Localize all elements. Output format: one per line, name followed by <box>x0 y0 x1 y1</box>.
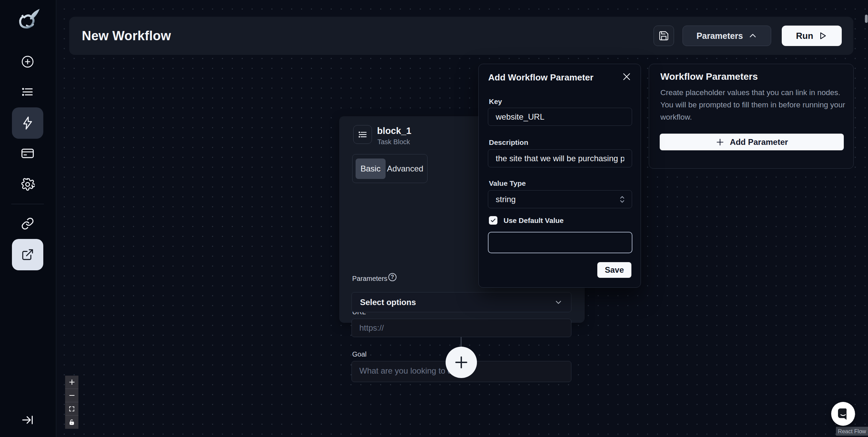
minus-icon <box>69 392 75 399</box>
new-workflow-button[interactable] <box>19 54 36 70</box>
parameters-label: Parameters <box>352 275 387 283</box>
panel-title: Workflow Parameters <box>660 71 758 82</box>
workflow-parameters-panel: Workflow Parameters Create placeholder v… <box>649 64 854 169</box>
plus-icon <box>69 379 75 386</box>
add-parameter-button[interactable]: Add Parameter <box>660 134 844 150</box>
close-icon <box>622 72 632 82</box>
url-input[interactable] <box>351 319 571 337</box>
zoom-out-button[interactable] <box>65 389 78 402</box>
description-label: Description <box>489 138 528 147</box>
use-default-label: Use Default Value <box>504 216 564 225</box>
link-icon <box>21 217 34 230</box>
collapse-arrow-icon <box>21 413 34 426</box>
key-input[interactable] <box>488 108 632 126</box>
chat-launcher-button[interactable] <box>831 402 855 426</box>
sidebar-item-runs[interactable] <box>19 84 36 100</box>
use-default-checkbox[interactable] <box>489 216 497 225</box>
close-button[interactable] <box>621 71 632 82</box>
sidebar-divider <box>11 204 44 204</box>
page-title: New Workflow <box>82 29 171 43</box>
fit-view-icon <box>69 406 75 412</box>
gear-icon <box>20 177 35 192</box>
sidebar-collapse-button[interactable] <box>19 412 36 428</box>
workflow-editor: New Workflow Parameters Run <box>0 0 868 437</box>
add-block-button[interactable] <box>446 347 477 378</box>
sidebar-item-workflows[interactable] <box>12 107 43 139</box>
plus-icon <box>716 138 724 147</box>
floppy-disk-icon <box>658 30 669 41</box>
save-workflow-button[interactable] <box>654 26 674 46</box>
use-default-row: Use Default Value <box>489 216 564 225</box>
value-type-value: string <box>496 195 516 204</box>
flow-controls <box>65 376 78 429</box>
zoom-in-button[interactable] <box>65 376 78 389</box>
tab-advanced[interactable]: Advanced <box>386 159 424 179</box>
description-input[interactable] <box>488 149 632 167</box>
tab-basic[interactable]: Basic <box>356 159 386 179</box>
block-icon-box <box>353 125 372 144</box>
lightning-icon <box>20 116 35 130</box>
list-icon <box>358 130 368 140</box>
sidebar-item-integrations[interactable] <box>19 215 36 232</box>
sidebar <box>0 0 56 437</box>
plus-icon <box>453 354 470 371</box>
key-label: Key <box>489 97 502 106</box>
value-type-select[interactable]: string <box>488 190 632 208</box>
value-type-label: Value Type <box>489 179 526 187</box>
list-icon <box>21 85 34 99</box>
check-icon <box>490 217 496 223</box>
add-parameter-label: Add Parameter <box>730 137 788 147</box>
parameters-button-label: Parameters <box>697 31 743 41</box>
credit-card-icon <box>20 146 35 161</box>
run-button-label: Run <box>796 31 813 41</box>
messenger-icon <box>836 407 850 421</box>
block-type-label: Task Block <box>377 138 410 146</box>
lock-button[interactable] <box>65 416 78 429</box>
add-parameter-modal: Add Workflow Parameter Key Description V… <box>478 64 641 288</box>
parameters-select-value: Select options <box>360 298 416 307</box>
plus-circle-icon <box>21 55 34 69</box>
vertical-scrollbar[interactable] <box>865 15 868 23</box>
chevron-up-icon <box>748 31 757 40</box>
goal-label: Goal <box>352 350 366 358</box>
chevron-up-down-icon <box>619 195 626 204</box>
default-value-input[interactable] <box>488 232 632 253</box>
play-icon <box>818 31 827 41</box>
react-flow-attribution[interactable]: React Flow <box>836 427 868 436</box>
sidebar-item-billing[interactable] <box>19 145 36 162</box>
help-icon[interactable]: ? <box>388 273 396 281</box>
sidebar-item-settings[interactable] <box>19 176 36 193</box>
chevron-down-icon <box>554 298 563 307</box>
run-workflow-button[interactable]: Run <box>782 26 842 46</box>
external-link-icon <box>21 248 34 261</box>
panel-description: Create placeholder values that you can l… <box>660 87 847 123</box>
sidebar-item-external[interactable] <box>12 239 43 270</box>
block-tabs: Basic Advanced <box>352 154 428 183</box>
lock-icon <box>69 419 75 425</box>
parameters-toggle-button[interactable]: Parameters <box>683 26 771 46</box>
fit-view-button[interactable] <box>65 402 78 416</box>
modal-title: Add Workflow Parameter <box>488 72 594 83</box>
skyvern-dragon-logo[interactable] <box>15 7 41 36</box>
save-parameter-button[interactable]: Save <box>597 262 631 278</box>
workflow-header: New Workflow Parameters Run <box>69 17 853 55</box>
block-name: block_1 <box>377 126 411 136</box>
parameters-select[interactable]: Select options <box>351 292 571 312</box>
